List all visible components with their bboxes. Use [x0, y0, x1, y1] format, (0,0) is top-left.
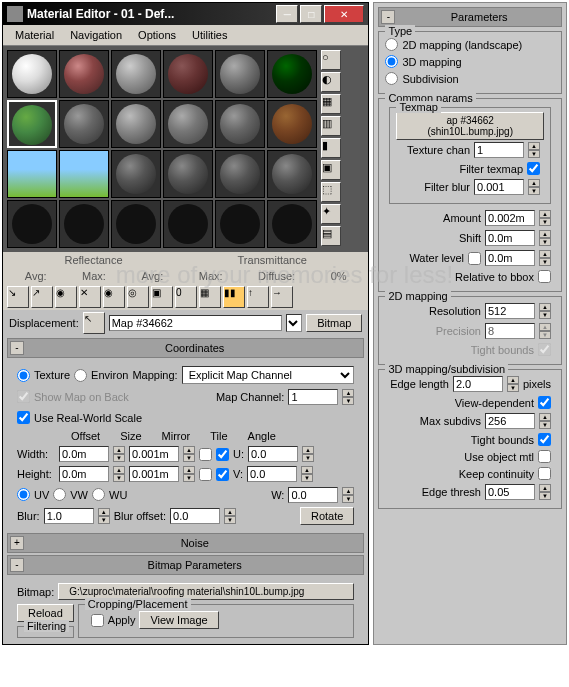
texture-radio[interactable]: Texture [17, 367, 70, 384]
view-dependent-check[interactable] [538, 396, 551, 409]
material-id-icon[interactable]: 0 [175, 286, 197, 308]
material-slot[interactable] [215, 50, 265, 98]
material-map-icon[interactable]: ▤ [321, 226, 341, 246]
rotate-button[interactable]: Rotate [300, 507, 354, 525]
width-tile-check[interactable] [216, 448, 229, 461]
spinner[interactable]: ▲▼ [302, 446, 314, 462]
height-offset-input[interactable] [59, 466, 109, 482]
tight-bounds-3d-check[interactable] [538, 433, 551, 446]
assign-selection-icon[interactable]: ◉ [55, 286, 77, 308]
shift-input[interactable] [485, 230, 535, 246]
spinner[interactable]: ▲▼ [113, 466, 125, 482]
titlebar[interactable]: Material Editor - 01 - Def... ─ □ ✕ [3, 3, 368, 25]
backlight-icon[interactable]: ◐ [321, 72, 341, 92]
select-by-material-icon[interactable]: ✦ [321, 204, 341, 224]
map-channel-input[interactable] [288, 389, 338, 405]
material-slot[interactable] [163, 200, 213, 248]
w-angle-input[interactable] [288, 487, 338, 503]
width-mirror-check[interactable] [199, 448, 212, 461]
close-button[interactable]: ✕ [324, 5, 364, 23]
spinner[interactable]: ▲▼ [539, 303, 551, 319]
get-material-icon[interactable]: ↘ [7, 286, 29, 308]
height-size-input[interactable] [129, 466, 179, 482]
relative-bbox-check[interactable] [538, 270, 551, 283]
menu-utilities[interactable]: Utilities [184, 27, 235, 43]
material-slot[interactable] [163, 100, 213, 148]
u-angle-input[interactable] [248, 446, 298, 462]
spinner[interactable]: ▲▼ [539, 230, 551, 246]
resolution-input[interactable] [485, 303, 535, 319]
texmap-button[interactable]: ap #34662 (shin10L.bump.jpg) [396, 112, 544, 140]
rollup-collapse-icon[interactable]: - [10, 341, 24, 355]
spinner[interactable]: ▲▼ [342, 487, 354, 503]
map-channel-spinner[interactable]: ▲▼ [342, 389, 354, 405]
material-slot[interactable] [267, 50, 317, 98]
spinner[interactable]: ▲▼ [539, 484, 551, 500]
2d-mapping-radio[interactable]: 2D mapping (landscape) [385, 36, 555, 53]
make-preview-icon[interactable]: ▣ [321, 160, 341, 180]
material-slot[interactable] [111, 50, 161, 98]
video-color-icon[interactable]: ▮ [321, 138, 341, 158]
material-slot[interactable] [215, 200, 265, 248]
go-to-parent-icon[interactable]: ↑ [247, 286, 269, 308]
real-world-check[interactable]: Use Real-World Scale [17, 409, 142, 426]
spinner[interactable]: ▲▼ [528, 179, 540, 195]
sample-uv-icon[interactable]: ▥ [321, 116, 341, 136]
material-slot[interactable] [215, 150, 265, 198]
material-slot[interactable] [59, 50, 109, 98]
v-angle-input[interactable] [247, 466, 297, 482]
blur-input[interactable] [44, 508, 94, 524]
view-image-button[interactable]: View Image [139, 611, 218, 629]
put-to-library-icon[interactable]: ▣ [151, 286, 173, 308]
sample-type-icon[interactable]: ○ [321, 50, 341, 70]
show-in-viewport-icon[interactable]: ▦ [199, 286, 221, 308]
make-unique-icon[interactable]: ◎ [127, 286, 149, 308]
rollup-expand-icon[interactable]: + [10, 536, 24, 550]
spinner[interactable]: ▲▼ [113, 446, 125, 462]
menu-options[interactable]: Options [130, 27, 184, 43]
water-level-input[interactable] [485, 250, 535, 266]
put-to-scene-icon[interactable]: ↗ [31, 286, 53, 308]
wu-radio[interactable]: WU [92, 486, 127, 503]
rollup-collapse-icon[interactable]: - [381, 10, 395, 24]
use-object-mtl-check[interactable] [538, 450, 551, 463]
material-slot[interactable] [267, 100, 317, 148]
minimize-button[interactable]: ─ [276, 5, 298, 23]
noise-rollup-header[interactable]: + Noise [7, 533, 364, 553]
spinner[interactable]: ▲▼ [301, 466, 313, 482]
apply-check[interactable]: Apply [91, 612, 136, 629]
environ-radio[interactable]: Environ [74, 367, 128, 384]
pick-map-icon[interactable]: ↖ [83, 312, 105, 334]
spinner[interactable]: ▲▼ [183, 446, 195, 462]
material-slot[interactable] [111, 100, 161, 148]
width-size-input[interactable] [129, 446, 179, 462]
amount-input[interactable] [485, 210, 535, 226]
menu-navigation[interactable]: Navigation [62, 27, 130, 43]
filter-texmap-check[interactable] [527, 162, 540, 175]
bitmap-params-rollup-header[interactable]: - Bitmap Parameters [7, 555, 364, 575]
spinner[interactable]: ▲▼ [539, 250, 551, 266]
spinner[interactable]: ▲▼ [224, 508, 236, 524]
maximize-button[interactable]: □ [300, 5, 322, 23]
uv-radio[interactable]: UV [17, 486, 49, 503]
material-slot[interactable] [7, 50, 57, 98]
subdivision-radio[interactable]: Subdivision [385, 70, 555, 87]
spinner[interactable]: ▲▼ [528, 142, 540, 158]
edge-length-input[interactable] [453, 376, 503, 392]
rollup-collapse-icon[interactable]: - [10, 558, 24, 572]
material-slot[interactable] [59, 150, 109, 198]
material-slot[interactable] [215, 100, 265, 148]
menu-material[interactable]: Material [7, 27, 62, 43]
edge-thresh-input[interactable] [485, 484, 535, 500]
texture-chan-input[interactable] [474, 142, 524, 158]
vw-radio[interactable]: VW [53, 486, 88, 503]
make-copy-icon[interactable]: ◉ [103, 286, 125, 308]
spinner[interactable]: ▲▼ [539, 210, 551, 226]
coordinates-rollup-header[interactable]: - Coordinates [7, 338, 364, 358]
material-slot[interactable] [163, 150, 213, 198]
material-slot[interactable] [163, 50, 213, 98]
spinner[interactable]: ▲▼ [507, 376, 519, 392]
options-icon[interactable]: ⬚ [321, 182, 341, 202]
height-tile-check[interactable] [216, 468, 229, 481]
show-end-result-icon[interactable]: ▮▮ [223, 286, 245, 308]
